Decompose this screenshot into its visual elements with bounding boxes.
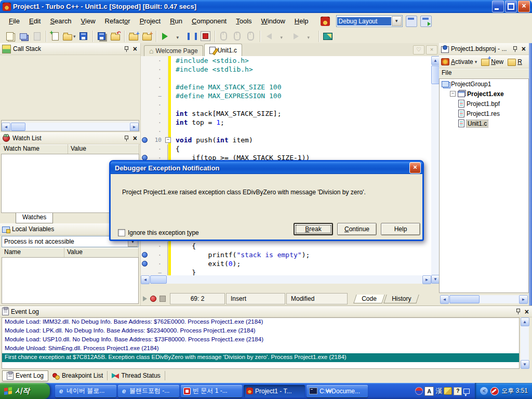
- close-panel-icon[interactable]: ×: [132, 135, 138, 141]
- local-variables-body[interactable]: [2, 257, 139, 304]
- code-line[interactable]: · printf("stack is empty");: [141, 250, 431, 259]
- code-line[interactable]: ·: [141, 127, 431, 136]
- event-log-entry[interactable]: Module Load: IMM32.dll. No Debug Info. B…: [2, 318, 519, 327]
- code-line[interactable]: · exit(0);: [141, 259, 431, 268]
- close-tab-icon[interactable]: ×: [426, 45, 437, 55]
- run-button[interactable]: [158, 30, 172, 43]
- pin-icon[interactable]: [515, 309, 521, 314]
- ime-mode-icon[interactable]: A: [424, 387, 434, 396]
- status-record-icon[interactable]: [150, 296, 156, 302]
- code-line[interactable]: ·: [141, 100, 431, 109]
- status-tab-code[interactable]: Code: [353, 295, 384, 303]
- open-view-button[interactable]: [17, 30, 30, 43]
- scroll-thumb[interactable]: [150, 275, 167, 284]
- hide-icons-chevron[interactable]: <: [480, 387, 488, 395]
- scroll-left-icon[interactable]: ◄: [440, 295, 449, 304]
- security-alert-icon[interactable]: [490, 387, 499, 395]
- pin-icon[interactable]: [124, 46, 129, 52]
- scroll-left-icon[interactable]: ◄: [141, 275, 150, 284]
- tree-item-project1-bpf[interactable]: Project1.bpf: [440, 99, 528, 109]
- help-button[interactable]: [321, 30, 335, 43]
- code-line[interactable]: · {: [141, 242, 431, 250]
- fold-toggle-icon[interactable]: −: [165, 137, 171, 143]
- menu-item-project[interactable]: Project: [135, 15, 165, 27]
- dialog-close-button[interactable]: ×: [409, 162, 421, 174]
- tab-welcome-page[interactable]: ⌂Welcome Page: [144, 45, 203, 56]
- close-file-button[interactable]: [109, 30, 122, 43]
- event-log-entry[interactable]: First chance exception at $7C812A5B. Exc…: [2, 353, 519, 362]
- event-log-vscrollbar[interactable]: ▲ ▼: [521, 317, 529, 369]
- code-line[interactable]: ·: [141, 74, 431, 83]
- set-debug-desktop-icon[interactable]: [420, 16, 432, 27]
- scroll-right-icon[interactable]: ►: [422, 275, 431, 284]
- menu-item-search[interactable]: Search: [45, 15, 76, 27]
- menu-item-tools[interactable]: Tools: [231, 15, 256, 27]
- break-button[interactable]: Break: [294, 223, 333, 235]
- tab-unit1-c[interactable]: Unit1.c: [204, 44, 242, 56]
- column-value[interactable]: Value: [64, 248, 139, 257]
- menu-item-run[interactable]: Run: [165, 15, 187, 27]
- remove-from-project-button[interactable]: [140, 30, 154, 43]
- add-to-project-button[interactable]: [127, 30, 140, 43]
- code-line[interactable]: 10−void push(int item): [141, 136, 431, 144]
- editor-hscrollbar[interactable]: ◄ ►: [141, 275, 431, 284]
- scroll-right-icon[interactable]: ►: [519, 295, 528, 304]
- breakpoint-dot[interactable]: [142, 137, 148, 143]
- menu-item-component[interactable]: Component: [187, 15, 231, 27]
- code-line[interactable]: ·#include <stdlib.h>: [141, 65, 431, 74]
- run-dropdown-button[interactable]: [172, 30, 185, 43]
- status-tab-history[interactable]: History: [383, 295, 419, 303]
- taskbar-task-1[interactable]: 빈 문서 1 -...: [181, 385, 242, 397]
- tree-item-unit1-c[interactable]: Unit1.c: [440, 118, 528, 128]
- maximize-button[interactable]: [505, 1, 517, 12]
- continue-button[interactable]: Continue: [337, 223, 377, 235]
- menu-item-view[interactable]: View: [76, 15, 100, 27]
- pin-icon[interactable]: [512, 46, 517, 52]
- tab-thread-status[interactable]: Thread Status: [108, 371, 165, 380]
- code-line[interactable]: ·{: [141, 144, 431, 153]
- ime-help-icon[interactable]: ?: [454, 387, 462, 395]
- pin-icon[interactable]: [124, 136, 129, 141]
- code-line[interactable]: ·int top = 1;: [141, 118, 431, 127]
- tree-item-projectgroup1[interactable]: ProjectGroup1: [440, 79, 528, 89]
- tab-list-icon[interactable]: ♡: [413, 45, 424, 55]
- scroll-up-icon[interactable]: ▲: [521, 317, 529, 326]
- tab-watches[interactable]: Watches: [16, 213, 53, 223]
- scroll-down-icon[interactable]: ▼: [521, 360, 529, 369]
- taskbar-task-project1-t[interactable]: Project1 - T...: [244, 385, 305, 397]
- save-button[interactable]: [77, 30, 90, 43]
- scroll-right-icon[interactable]: ►: [130, 123, 139, 131]
- pause-button[interactable]: [185, 30, 199, 43]
- column-value[interactable]: Value: [68, 144, 139, 154]
- taskbar-task-[interactable]: e볼랜드포럼 -...: [118, 385, 179, 397]
- menu-item-help[interactable]: Help: [290, 15, 313, 27]
- hanja-icon[interactable]: 漢: [435, 387, 442, 396]
- code-line[interactable]: −#define MAX_EXPRESSION 100: [141, 91, 431, 100]
- ime-pad-icon[interactable]: [444, 387, 452, 395]
- close-panel-icon[interactable]: ×: [524, 309, 530, 315]
- breakpoint-dot[interactable]: [142, 261, 148, 267]
- code-line[interactable]: ·#include <stdio.h>: [141, 56, 431, 65]
- layout-combo[interactable]: Debug Layout ▼: [336, 15, 403, 27]
- editor-vscrollbar[interactable]: ▲ ▼: [431, 56, 440, 284]
- scroll-left-icon[interactable]: ◄: [2, 123, 10, 131]
- project-toolbar-new-button[interactable]: New: [481, 58, 503, 66]
- save-all-button[interactable]: [95, 30, 109, 43]
- tree-expander-icon[interactable]: −: [450, 91, 456, 97]
- scroll-up-icon[interactable]: ▲: [431, 56, 440, 65]
- scroll-thumb[interactable]: [11, 123, 25, 131]
- program-reset-button[interactable]: [199, 30, 212, 43]
- save-desktop-icon[interactable]: [406, 16, 417, 27]
- file-column-header[interactable]: File: [439, 69, 529, 79]
- project-hscrollbar[interactable]: ◄ ►: [440, 295, 528, 303]
- help-button[interactable]: Help: [381, 223, 420, 235]
- menu-item-edit[interactable]: Edit: [24, 15, 45, 27]
- menu-item-window[interactable]: Window: [257, 15, 290, 27]
- new-file-button[interactable]: [48, 30, 62, 43]
- close-button[interactable]: ×: [518, 1, 530, 12]
- minimize-button[interactable]: [492, 1, 504, 12]
- project-toolbar-activate-button[interactable]: Activate▾: [441, 58, 477, 65]
- scroll-thumb[interactable]: [431, 65, 440, 84]
- scroll-thumb[interactable]: [449, 295, 480, 303]
- column-name[interactable]: Name: [2, 248, 64, 257]
